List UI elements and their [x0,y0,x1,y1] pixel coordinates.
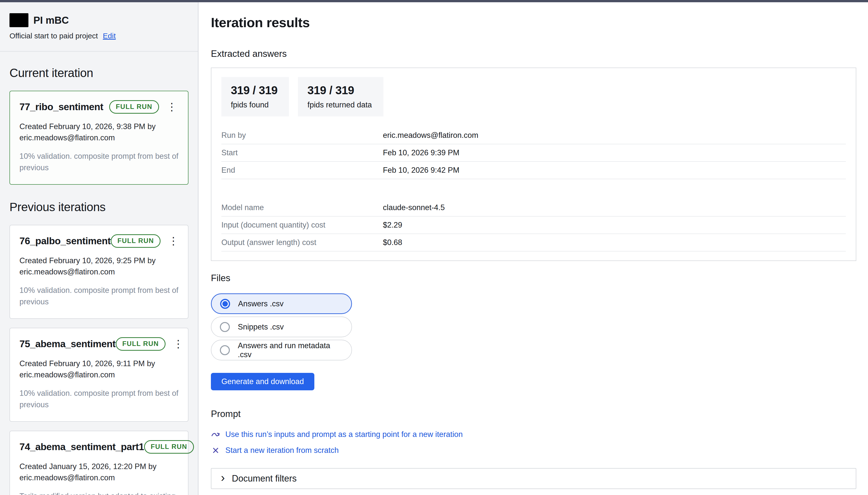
kebab-menu-icon[interactable]: ⋮ [165,102,178,112]
iteration-description: 10% validation. composite prompt from be… [19,285,178,308]
project-header: PI mBC Official start to paid project Ed… [0,2,198,52]
kv-value: Feb 10, 2026 9:42 PM [383,166,459,175]
kv-label: Input (document quantity) cost [221,221,383,229]
iteration-name: 74_abema_sentiment_part1 [19,441,144,453]
extracted-answers-heading: Extracted answers [211,49,868,59]
kv-value: claude-sonnet-4.5 [383,203,445,212]
kv-label: Start [221,148,383,157]
iteration-created-text: Created January 15, 2026, 12:20 PM by er… [19,461,178,483]
radio-option-label: Snippets .csv [238,323,284,331]
full-run-badge: FULL RUN [111,234,161,248]
radio-unselected-icon [220,345,230,355]
kv-value: eric.meadows@flatiron.com [383,131,478,140]
project-logo-redacted [10,13,29,27]
kv-label: Model name [221,203,383,212]
radio-unselected-icon [220,322,230,332]
iteration-name: 76_palbo_sentiment [19,236,111,246]
stat-value: 319 / 319 [307,84,372,97]
iteration-created-text: Created February 10, 2026, 9:11 PM by er… [19,358,178,380]
iteration-card[interactable]: 76_palbo_sentiment FULL RUN ⋮ Created Fe… [10,225,188,319]
iteration-description: Tori's modified version but adapted to e… [19,491,178,495]
page-title: Iteration results [211,15,868,30]
use-run-inputs-link[interactable]: Use this run’s inputs and prompt as a st… [211,430,463,439]
stat-label: fpids found [231,100,277,109]
kv-label: End [221,166,383,175]
iterations-sidebar: PI mBC Official start to paid project Ed… [0,2,199,495]
iteration-card[interactable]: 74_abema_sentiment_part1 FULL RUN ⋮ Crea… [10,431,188,495]
link-label: Start a new iteration from scratch [225,446,339,455]
iteration-card[interactable]: 75_abema_sentiment FULL RUN ⋮ Created Fe… [10,328,188,422]
redo-arrow-icon [211,430,220,439]
kv-value: Feb 10, 2026 9:39 PM [383,148,459,157]
top-accent-bar [0,0,868,2]
radio-option-label: Answers .csv [238,299,284,308]
iteration-description: 10% validation. composite prompt from be… [19,151,178,174]
project-subtitle: Official start to paid project [10,32,98,40]
stat-fpids-found: 319 / 319 fpids found [221,77,289,116]
link-label: Use this run’s inputs and prompt as a st… [225,430,463,439]
accordion-label: Document filters [232,473,297,484]
stat-value: 319 / 319 [231,84,277,97]
files-heading: Files [211,273,868,284]
kv-label: Run by [221,131,383,140]
file-type-radio-group: Answers .csv Snippets .csv Answers and r… [211,293,868,360]
prompt-heading: Prompt [211,409,868,419]
kebab-menu-icon[interactable]: ⋮ [171,339,185,349]
iteration-created-text: Created February 10, 2026, 9:38 PM by er… [19,121,178,143]
stat-label: fpids returned data [307,100,372,109]
iteration-name: 77_ribo_sentiment [19,101,109,113]
kv-label: Output (answer length) cost [221,238,383,247]
kv-row-run-by: Run by eric.meadows@flatiron.com [221,127,846,144]
stat-fpids-returned: 319 / 319 fpids returned data [298,77,384,116]
previous-iterations-heading: Previous iterations [10,200,188,214]
edit-project-link[interactable]: Edit [103,32,116,40]
kebab-menu-icon[interactable]: ⋮ [167,236,180,246]
iteration-name: 75_abema_sentiment [19,339,116,349]
full-run-badge: FULL RUN [116,337,166,351]
chevron-right-icon: › [221,472,225,483]
iteration-card-current[interactable]: 77_ribo_sentiment FULL RUN ⋮ Created Feb… [10,91,188,185]
iteration-description: 10% validation. composite prompt from be… [19,388,178,411]
project-title: PI mBC [33,15,69,26]
kv-row-model-name: Model name claude-sonnet-4.5 [221,199,846,217]
iteration-created-text: Created February 10, 2026, 9:25 PM by er… [19,255,178,278]
kv-row-output-cost: Output (answer length) cost $0.68 [221,234,846,252]
radio-option-answers-metadata-csv[interactable]: Answers and run metadata .csv [211,340,352,360]
document-filters-accordion[interactable]: › Document filters [211,468,856,489]
app-layout: PI mBC Official start to paid project Ed… [0,2,868,495]
radio-selected-icon [220,299,230,309]
kv-value: $0.68 [383,238,402,247]
full-run-badge: FULL RUN [109,100,159,114]
run-summary-panel: 319 / 319 fpids found 319 / 319 fpids re… [211,68,856,261]
full-run-badge: FULL RUN [144,440,194,454]
start-new-iteration-link[interactable]: Start a new iteration from scratch [211,446,339,455]
current-iteration-heading: Current iteration [10,66,188,80]
radio-option-snippets-csv[interactable]: Snippets .csv [211,317,352,337]
iteration-results-main: Iteration results Extracted answers 319 … [199,2,868,495]
kv-value: $2.29 [383,221,402,229]
kv-row-end: End Feb 10, 2026 9:42 PM [221,162,846,179]
x-mark-icon [211,446,220,455]
generate-and-download-button[interactable]: Generate and download [211,373,314,390]
radio-option-answers-csv[interactable]: Answers .csv [211,293,352,314]
kv-spacer [221,179,846,199]
kv-row-start: Start Feb 10, 2026 9:39 PM [221,144,846,162]
kv-row-input-cost: Input (document quantity) cost $2.29 [221,217,846,234]
radio-option-label: Answers and run metadata .csv [238,341,343,359]
iteration-list: Current iteration 77_ribo_sentiment FULL… [0,52,198,495]
